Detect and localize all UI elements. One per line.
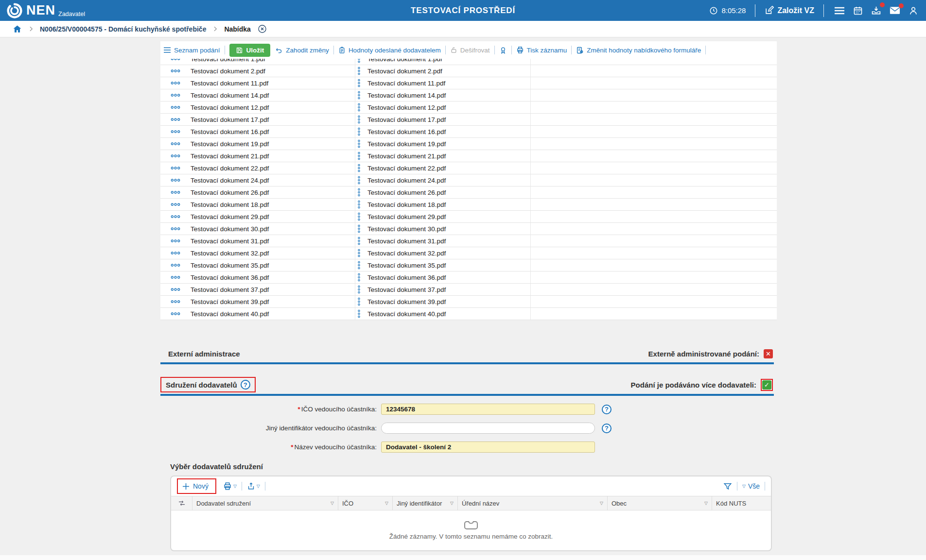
drag-handle-icon[interactable] [355,150,363,162]
row-menu-icon[interactable] [160,59,191,61]
help-icon[interactable]: ? [602,405,612,414]
row-menu-icon[interactable] [160,203,191,206]
drag-handle-icon[interactable] [355,65,363,77]
drag-handle-icon[interactable] [355,102,363,113]
row-menu-icon[interactable] [160,93,191,97]
table-row[interactable]: Testovací dokument 26.pdf Testovací doku… [160,187,777,199]
table-row[interactable]: Testovací dokument 32.pdf Testovací doku… [160,247,777,259]
grid-column-header[interactable]: IČO ▽ [338,496,393,510]
drag-handle-icon[interactable] [355,138,363,150]
seznam-podani-button[interactable]: Seznam podání [163,47,220,54]
row-menu-icon[interactable] [160,312,191,316]
drag-handle-icon[interactable] [355,235,363,247]
table-row[interactable]: Testovací dokument 24.pdf Testovací doku… [160,174,777,187]
row-menu-icon[interactable] [160,227,191,231]
drag-handle-icon[interactable] [355,223,363,235]
help-icon[interactable]: ? [602,424,612,433]
row-menu-icon[interactable] [160,81,191,85]
table-row[interactable]: Testovací dokument 37.pdf Testovací doku… [160,284,777,296]
messages-button[interactable] [889,5,901,16]
grid-column-header[interactable]: Obec ▽ [608,496,712,510]
table-row[interactable]: Testovací dokument 22.pdf Testovací doku… [160,162,777,174]
row-menu-icon[interactable] [160,215,191,219]
table-row[interactable]: Testovací dokument 31.pdf Testovací doku… [160,235,777,247]
row-menu-icon[interactable] [160,69,191,73]
table-row[interactable]: Testovací dokument 2.pdf Testovací dokum… [160,65,777,77]
table-row[interactable]: Testovací dokument 16.pdf Testovací doku… [160,126,777,138]
show-all-button[interactable]: ▽ Vše [742,482,760,490]
row-menu-icon[interactable] [160,288,191,291]
drag-handle-icon[interactable] [355,77,363,89]
row-menu-icon[interactable] [160,239,191,243]
drag-handle-icon[interactable] [355,272,363,283]
column-filter-icon[interactable]: ▽ [450,501,454,506]
row-menu-icon[interactable] [160,190,191,194]
drag-handle-icon[interactable] [355,174,363,186]
print-record-button[interactable]: Tisk záznamu [516,46,567,54]
grid-column-header[interactable]: Kód NUTS [712,496,771,510]
certificate-button[interactable] [499,46,507,54]
drag-handle-icon[interactable] [355,259,363,271]
drag-handle-icon[interactable] [355,308,363,320]
table-row[interactable]: Testovací dokument 19.pdf Testovací doku… [160,138,777,150]
save-button[interactable]: Uložit [229,44,271,57]
grid-column-header[interactable]: Úřední název ▽ [458,496,608,510]
table-row[interactable]: Testovací dokument 1.pdf Testovací dokum… [160,59,777,65]
close-tab-button[interactable] [258,24,267,34]
column-filter-icon[interactable]: ▽ [600,501,603,506]
row-menu-icon[interactable] [160,142,191,146]
table-row[interactable]: Testovací dokument 21.pdf Testovací doku… [160,150,777,162]
drag-handle-icon[interactable] [355,59,363,65]
change-form-values-button[interactable]: Změnit hodnoty nabídkového formuláře [576,46,701,54]
drag-handle-icon[interactable] [355,187,363,198]
grid-print-button[interactable]: ▽ [223,482,237,491]
row-menu-icon[interactable] [160,105,191,109]
drag-handle-icon[interactable] [355,162,363,174]
row-menu-icon[interactable] [160,300,191,304]
calendar-button[interactable] [852,5,864,17]
row-menu-icon[interactable] [160,251,191,255]
drag-handle-icon[interactable] [355,247,363,259]
discard-changes-button[interactable]: Zahodit změny [275,47,329,54]
breadcrumb-procurement-link[interactable]: N006/25/V00004575 - Domácí kuchyňské spo… [40,25,206,33]
create-vz-button[interactable]: Založit VZ [765,6,814,15]
column-filter-icon[interactable]: ▽ [704,501,708,506]
downloads-button[interactable] [870,4,882,17]
decrypt-button[interactable]: Dešifrovat [450,46,490,54]
row-menu-icon[interactable] [160,154,191,158]
grid-column-header[interactable]: Jiný identifikátor ▽ [393,496,458,510]
row-menu-icon[interactable] [160,178,191,182]
ico-field[interactable] [381,404,595,415]
drag-handle-icon[interactable] [355,126,363,137]
row-menu-icon[interactable] [160,130,191,134]
new-supplier-button[interactable]: Nový [182,482,209,490]
table-row[interactable]: Testovací dokument 12.pdf Testovací doku… [160,102,777,114]
row-menu-icon[interactable] [160,275,191,279]
drag-handle-icon[interactable] [355,114,363,125]
drag-handle-icon[interactable] [355,211,363,222]
table-row[interactable]: Testovací dokument 29.pdf Testovací doku… [160,211,777,223]
multiple-suppliers-checkbox-checked[interactable]: ✓ [762,380,771,390]
table-row[interactable]: Testovací dokument 30.pdf Testovací doku… [160,223,777,235]
table-row[interactable]: Testovací dokument 35.pdf Testovací doku… [160,259,777,272]
drag-handle-icon[interactable] [355,296,363,307]
external-admin-checkbox-unchecked[interactable]: ✕ [764,349,773,358]
table-row[interactable]: Testovací dokument 17.pdf Testovací doku… [160,114,777,126]
table-row[interactable]: Testovací dokument 36.pdf Testovací doku… [160,272,777,284]
other-identifier-field[interactable] [381,423,595,434]
drag-handle-icon[interactable] [355,199,363,210]
drag-handle-icon[interactable] [355,284,363,295]
grid-export-button[interactable]: ▽ [247,482,260,491]
table-row[interactable]: Testovací dokument 14.pdf Testovací doku… [160,89,777,102]
row-menu-icon[interactable] [160,118,191,121]
user-button[interactable] [908,5,919,17]
nen-logo[interactable]: NEN Zadavatel [7,3,85,18]
table-row[interactable]: Testovací dokument 39.pdf Testovací doku… [160,296,777,308]
help-icon[interactable]: ? [241,380,250,390]
home-button[interactable] [13,24,22,34]
grid-filter-button[interactable] [723,482,732,491]
row-menu-icon[interactable] [160,166,191,170]
leader-name-field[interactable] [381,441,595,453]
table-row[interactable]: Testovací dokument 11.pdf Testovací doku… [160,77,777,89]
grid-column-header[interactable]: Dodavatel sdružení ▽ [192,496,338,510]
